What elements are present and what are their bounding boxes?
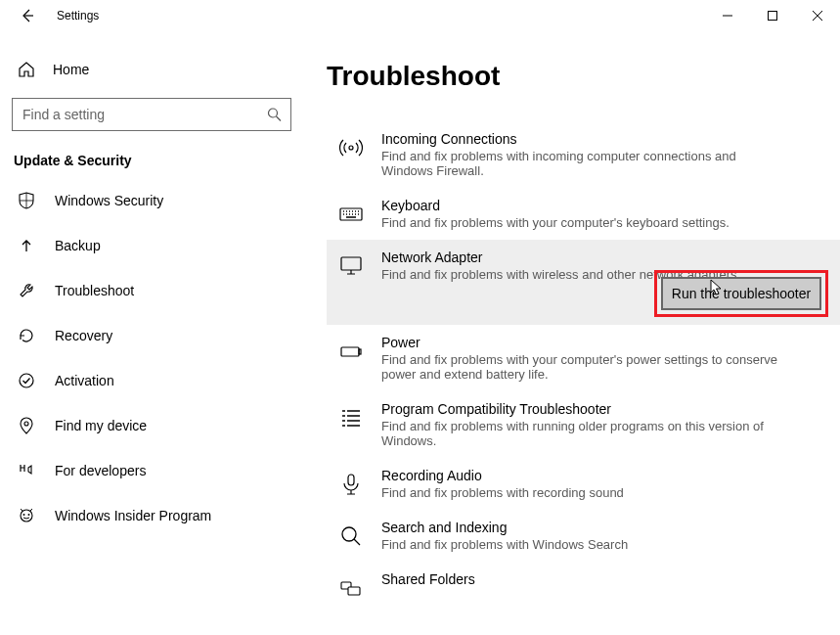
nav-home-label: Home bbox=[53, 62, 89, 77]
svg-point-5 bbox=[23, 514, 25, 516]
run-troubleshooter-button[interactable]: Run the troubleshooter bbox=[661, 277, 821, 310]
svg-point-4 bbox=[21, 510, 32, 522]
nav-troubleshoot[interactable]: Troubleshoot bbox=[12, 268, 291, 313]
svg-rect-12 bbox=[348, 475, 354, 485]
run-button-highlight: Run the troubleshooter bbox=[654, 270, 828, 317]
microphone-icon bbox=[336, 470, 366, 499]
insider-icon bbox=[16, 505, 37, 526]
troubleshooter-desc: Find and fix problems with Windows Searc… bbox=[381, 537, 782, 552]
nav-label: Find my device bbox=[55, 418, 147, 433]
svg-point-1 bbox=[269, 109, 278, 117]
nav-label: Activation bbox=[55, 373, 114, 388]
troubleshooter-power[interactable]: Power Find and fix problems with your co… bbox=[327, 325, 840, 391]
troubleshooter-desc: Find and fix problems with running older… bbox=[381, 419, 782, 448]
troubleshooter-shared-folders[interactable]: Shared Folders bbox=[327, 562, 840, 612]
home-icon bbox=[16, 59, 37, 80]
back-button[interactable] bbox=[12, 0, 43, 31]
troubleshooter-title: Shared Folders bbox=[381, 571, 828, 587]
nav-home[interactable]: Home bbox=[12, 49, 291, 90]
troubleshooter-title: Search and Indexing bbox=[381, 520, 828, 535]
svg-point-3 bbox=[24, 422, 28, 426]
troubleshooter-title: Keyboard bbox=[381, 198, 828, 213]
minimize-button[interactable] bbox=[705, 0, 750, 31]
troubleshooter-title: Program Compatibility Troubleshooter bbox=[381, 401, 828, 417]
svg-point-7 bbox=[349, 146, 353, 150]
wrench-icon bbox=[16, 280, 37, 301]
close-button[interactable] bbox=[795, 0, 840, 31]
app-title: Settings bbox=[57, 9, 99, 23]
troubleshooter-recording-audio[interactable]: Recording Audio Find and fix problems wi… bbox=[327, 458, 840, 510]
troubleshooter-search-indexing[interactable]: Search and Indexing Find and fix problem… bbox=[327, 510, 840, 562]
troubleshooter-desc: Find and fix problems with recording sou… bbox=[381, 485, 782, 500]
search-large-icon bbox=[336, 522, 366, 551]
maximize-button[interactable] bbox=[750, 0, 795, 31]
troubleshooter-desc: Find and fix problems with your computer… bbox=[381, 352, 782, 382]
folders-icon bbox=[336, 573, 366, 603]
developers-icon bbox=[16, 460, 37, 481]
nav-insider-program[interactable]: Windows Insider Program bbox=[12, 493, 291, 538]
svg-rect-9 bbox=[341, 257, 361, 270]
nav-activation[interactable]: Activation bbox=[12, 358, 291, 403]
nav-for-developers[interactable]: For developers bbox=[12, 448, 291, 493]
location-icon bbox=[16, 415, 37, 436]
nav-label: Troubleshoot bbox=[55, 283, 134, 298]
svg-point-6 bbox=[28, 514, 30, 516]
battery-icon bbox=[336, 337, 366, 366]
keyboard-icon bbox=[336, 200, 366, 229]
list-icon bbox=[336, 403, 366, 432]
troubleshooter-desc: Find and fix problems with your computer… bbox=[381, 215, 782, 230]
troubleshooter-title: Network Adapter bbox=[381, 249, 828, 265]
main-panel: Troubleshoot Incoming Connections Find a… bbox=[303, 31, 840, 635]
search-icon bbox=[267, 108, 282, 122]
svg-rect-11 bbox=[359, 349, 361, 354]
check-circle-icon bbox=[16, 370, 37, 391]
connections-icon bbox=[336, 133, 366, 162]
nav-label: For developers bbox=[55, 463, 146, 478]
troubleshooter-keyboard[interactable]: Keyboard Find and fix problems with your… bbox=[327, 188, 840, 240]
troubleshooter-program-compatibility[interactable]: Program Compatibility Troubleshooter Fin… bbox=[327, 391, 840, 458]
troubleshooter-desc: Find and fix problems with incoming comp… bbox=[381, 149, 782, 178]
recovery-icon bbox=[16, 325, 37, 346]
nav-label: Backup bbox=[55, 238, 101, 253]
troubleshooter-network-adapter[interactable]: Network Adapter Find and fix problems wi… bbox=[327, 240, 840, 325]
nav-recovery[interactable]: Recovery bbox=[12, 313, 291, 358]
shield-icon bbox=[16, 190, 37, 211]
troubleshooter-title: Recording Audio bbox=[381, 468, 828, 483]
nav-find-device[interactable]: Find my device bbox=[12, 403, 291, 448]
page-title: Troubleshoot bbox=[327, 61, 840, 92]
sidebar-section-title: Update & Security bbox=[12, 153, 291, 168]
svg-rect-10 bbox=[341, 347, 359, 356]
svg-rect-0 bbox=[769, 12, 777, 21]
troubleshooter-incoming-connections[interactable]: Incoming Connections Find and fix proble… bbox=[327, 121, 840, 188]
svg-point-13 bbox=[342, 527, 356, 541]
nav-label: Windows Security bbox=[55, 193, 163, 208]
svg-rect-15 bbox=[348, 587, 360, 595]
troubleshooter-title: Power bbox=[381, 335, 828, 350]
nav-label: Windows Insider Program bbox=[55, 508, 211, 523]
nav-windows-security[interactable]: Windows Security bbox=[12, 178, 291, 223]
troubleshooter-title: Incoming Connections bbox=[381, 131, 828, 147]
nav-label: Recovery bbox=[55, 328, 112, 343]
backup-icon bbox=[16, 235, 37, 256]
search-input[interactable] bbox=[12, 98, 291, 131]
sidebar: Home Update & Security Windows Security … bbox=[0, 31, 303, 635]
svg-point-2 bbox=[20, 374, 33, 387]
nav-backup[interactable]: Backup bbox=[12, 223, 291, 268]
monitor-icon bbox=[336, 251, 366, 281]
titlebar: Settings bbox=[0, 0, 840, 31]
